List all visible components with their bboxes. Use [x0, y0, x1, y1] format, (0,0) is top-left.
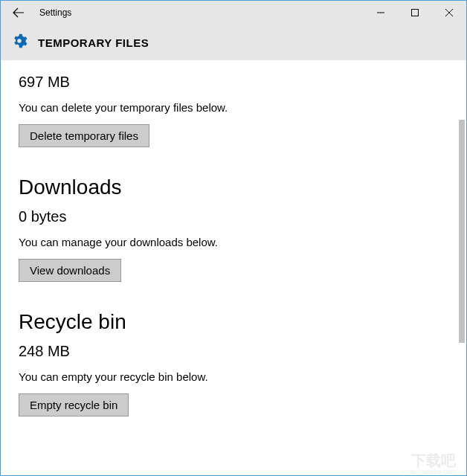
empty-recycle-bin-button[interactable]: Empty recycle bin [19, 393, 129, 416]
downloads-heading: Downloads [19, 176, 448, 199]
temporary-files-description: You can delete your temporary files belo… [19, 101, 448, 114]
svg-rect-0 [412, 10, 419, 16]
minimize-button[interactable] [364, 1, 398, 25]
recycle-bin-description: You can empty your recycle bin below. [19, 370, 448, 383]
back-button[interactable] [1, 1, 36, 25]
temporary-files-size: 697 MB [19, 74, 448, 91]
titlebar: Settings [1, 1, 466, 25]
recycle-bin-heading: Recycle bin [19, 310, 448, 334]
scrollbar-thumb[interactable] [459, 120, 465, 343]
window-title: Settings [39, 7, 71, 18]
downloads-description: You can manage your downloads below. [19, 236, 448, 248]
close-icon [445, 9, 453, 16]
maximize-button[interactable] [398, 1, 432, 25]
page-title: TEMPORARY FILES [38, 36, 149, 49]
window-controls [364, 1, 466, 25]
view-downloads-button[interactable]: View downloads [19, 259, 121, 282]
svg-point-1 [17, 39, 22, 43]
downloads-size: 0 bytes [19, 208, 448, 225]
page-header: TEMPORARY FILES [1, 25, 466, 60]
delete-temporary-files-button[interactable]: Delete temporary files [19, 124, 149, 147]
gear-icon [11, 33, 28, 52]
maximize-icon [411, 9, 419, 16]
minimize-icon [377, 9, 384, 16]
close-button[interactable] [432, 1, 466, 25]
arrow-left-icon [13, 7, 25, 19]
recycle-bin-size: 248 MB [19, 343, 448, 360]
content-area: 697 MB You can delete your temporary fil… [1, 60, 466, 476]
